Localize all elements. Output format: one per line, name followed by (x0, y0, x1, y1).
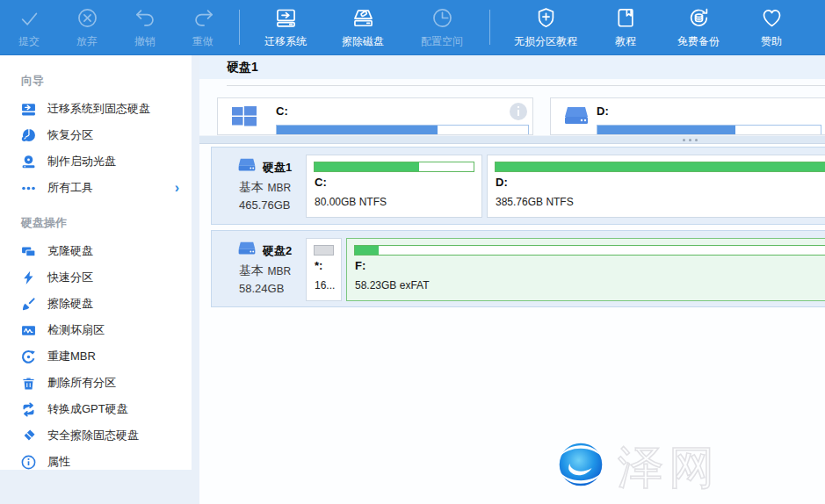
allocate-space-button[interactable]: 配置空间 (402, 0, 482, 55)
sidebar-item-check-bad-sectors[interactable]: 检测坏扇区 (0, 317, 192, 343)
overview-splitter[interactable] (199, 135, 825, 144)
partition-usage-bar (314, 162, 474, 172)
partition-tutorial-button[interactable]: 无损分区教程 (497, 0, 594, 55)
sidebar-item-wipe-disk[interactable]: 擦除硬盘 (0, 291, 192, 317)
partition-usage-bar (354, 245, 825, 256)
donate-button[interactable]: 赞助 (740, 0, 803, 55)
disk-size: 465.76GB (239, 198, 291, 212)
sidebar-item-quick-partition[interactable]: 快速分区 (0, 264, 192, 291)
sidebar-item-delete-all-partitions[interactable]: 删除所有分区 (0, 370, 192, 396)
overview-usage-fill (277, 126, 438, 134)
sidebar-item-label: 删除所有分区 (47, 375, 116, 391)
sidebar-item-convert-to-gpt[interactable]: 转换成GPT硬盘 (0, 396, 192, 422)
sidebar-item-rebuild-mbr[interactable]: 重建MBR (0, 343, 192, 370)
sidebar-item-label: 安全擦除固态硬盘 (47, 428, 139, 443)
watermark: 泽网 (551, 434, 720, 499)
partition-letter: *: (315, 259, 341, 272)
migrate-system-button[interactable]: 迁移系统 (247, 0, 324, 55)
partition-f-selected[interactable]: F: 58.23GB exFAT (346, 238, 825, 301)
undo-label: 撤销 (134, 34, 156, 49)
sidebar-item-clone-disk[interactable]: 克隆硬盘 (0, 238, 192, 264)
overview-card-c[interactable]: C: (217, 97, 533, 135)
sidebar-item-label: 擦除硬盘 (47, 296, 93, 312)
redo-icon (192, 6, 215, 32)
disk-row-2[interactable]: 硬盘2 基本 MBR 58.24GB *: 16... F: 58.23GB e… (211, 230, 825, 307)
windows-logo-icon (232, 106, 257, 131)
disk-info-cell: 硬盘2 基本 MBR 58.24GB (212, 231, 305, 306)
sidebar-item-label: 快速分区 (47, 270, 93, 285)
disk-type: 基本 (239, 180, 264, 194)
overview-drive-letter: D: (597, 104, 609, 118)
sidebar-item-all-tools[interactable]: 所有工具 › (0, 175, 192, 201)
redo-button[interactable]: 重做 (174, 0, 232, 55)
discard-button[interactable]: 放弃 (58, 0, 116, 55)
partition-usage-bar (495, 162, 825, 172)
pie-chart-icon (21, 128, 36, 143)
partition-d[interactable]: D: 385.76GB NTFS (487, 155, 825, 218)
info-badge-icon[interactable] (510, 103, 527, 120)
free-backup-label: 免费备份 (677, 34, 720, 49)
disk-icon (236, 241, 257, 261)
disk-icon (236, 158, 257, 177)
sidebar-item-label: 重建MBR (47, 349, 96, 364)
migrate-system-label: 迁移系统 (264, 34, 307, 49)
book-icon (614, 6, 638, 32)
convert-arrows-icon (21, 402, 36, 417)
sidebar-item-secure-erase-ssd[interactable]: 安全擦除固态硬盘 (0, 422, 192, 449)
disk-info-cell: 硬盘1 基本 MBR 465.76GB (212, 148, 305, 224)
commit-button[interactable]: 提交 (0, 0, 58, 55)
sidebar-item-make-boot-disc[interactable]: 制作启动光盘 (0, 148, 192, 175)
clone-disk-icon (21, 244, 36, 259)
migrate-system-icon (274, 6, 298, 32)
tab-disk1[interactable]: 硬盘1 (227, 60, 258, 76)
allocate-space-icon (431, 6, 454, 32)
partition-detail: 16... (315, 279, 341, 292)
broom-icon (21, 297, 36, 312)
disk-type: 基本 (239, 263, 264, 277)
sidebar-item-properties[interactable]: 属性 (0, 449, 192, 475)
divider (227, 85, 825, 86)
partition-unallocated[interactable]: *: 16... (306, 238, 342, 301)
chevron-right-icon: › (175, 181, 179, 195)
erase-disk-button[interactable]: 擦除磁盘 (324, 0, 402, 55)
watermark-logo-icon (551, 435, 611, 498)
sidebar-item-label: 克隆硬盘 (47, 243, 93, 259)
undo-button[interactable]: 撤销 (116, 0, 174, 55)
partition-tutorial-label: 无损分区教程 (514, 34, 577, 49)
disk-scheme: MBR (267, 265, 291, 277)
discard-label: 放弃 (76, 34, 98, 49)
ellipsis-icon (21, 181, 36, 196)
sidebar-item-label: 恢复分区 (47, 127, 93, 143)
watermark-text: 泽网 (618, 437, 720, 499)
partition-c[interactable]: C: 80.00GB NTFS (306, 155, 482, 218)
partition-letter: F: (355, 259, 825, 272)
shield-plus-icon (534, 6, 558, 32)
sidebar-item-migrate-to-ssd[interactable]: 迁移系统到固态硬盘 (0, 96, 192, 122)
ssd-migrate-icon (21, 102, 36, 117)
disk-row-1[interactable]: 硬盘1 基本 MBR 465.76GB C: 80.00GB NTFS D: 3… (211, 147, 825, 225)
sidebar: 向导 迁移系统到固态硬盘 恢复分区 制作启动光盘 所有工具 › 硬盘操作 克隆硬… (0, 55, 192, 470)
eraser-icon (21, 428, 36, 443)
free-backup-button[interactable]: 免费备份 (657, 0, 740, 55)
sidebar-item-label: 所有工具 (47, 180, 93, 196)
boot-disc-icon (21, 155, 36, 169)
overview-usage-bar (597, 125, 821, 135)
overview-card-d[interactable]: D: (550, 97, 825, 135)
disk-name: 硬盘2 (263, 243, 292, 259)
backup-icon (687, 6, 711, 32)
commit-label: 提交 (18, 34, 40, 49)
toolbar: 提交 放弃 撤销 重做 迁移系统 擦除磁盘 配置空间 无损分区教程 教程 免费备… (0, 0, 825, 55)
tutorial-button[interactable]: 教程 (594, 0, 657, 55)
heart-icon (760, 6, 784, 32)
disk-size: 58.24GB (239, 282, 284, 295)
donate-label: 赞助 (761, 34, 782, 49)
disk-list: 硬盘1 基本 MBR 465.76GB C: 80.00GB NTFS D: 3… (199, 144, 825, 504)
sidebar-item-label: 属性 (47, 454, 70, 470)
partition-detail: 58.23GB exFAT (355, 279, 825, 292)
sidebar-item-recover-partition[interactable]: 恢复分区 (0, 122, 192, 148)
drive-icon (563, 106, 590, 132)
overview-usage-fill (597, 126, 735, 134)
overview-drive-letter: C: (276, 104, 288, 118)
partition-usage-fill (315, 246, 333, 255)
erase-disk-label: 擦除磁盘 (342, 34, 384, 49)
